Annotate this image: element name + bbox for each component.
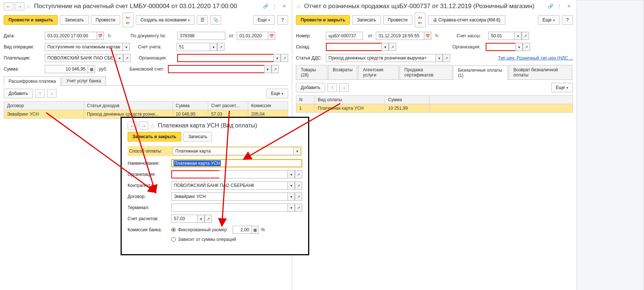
more-rows-button[interactable]: Еще bbox=[266, 89, 288, 98]
calc-icon[interactable]: ▦ bbox=[88, 65, 95, 73]
dropdown-icon[interactable]: ▾ bbox=[287, 181, 295, 190]
payer-input[interactable] bbox=[45, 54, 116, 62]
operation-type-input[interactable] bbox=[45, 43, 122, 51]
close-button[interactable]: × bbox=[565, 2, 573, 10]
cash-account-input[interactable] bbox=[488, 32, 514, 40]
dropdown-icon[interactable]: ▾ bbox=[515, 43, 523, 51]
open-icon[interactable]: ↗ bbox=[389, 43, 396, 51]
more-button[interactable]: Еще bbox=[253, 15, 275, 25]
tab-payment-breakdown[interactable]: Расшифровка платежа bbox=[4, 76, 61, 86]
tab-certificates[interactable]: Продажа сертификатов bbox=[399, 65, 452, 79]
favorite-icon[interactable]: ☆ bbox=[296, 3, 301, 10]
structure-button[interactable]: ☰ bbox=[197, 15, 208, 25]
write-and-close-button[interactable]: Записать и закрыть bbox=[128, 132, 181, 141]
tab-agent-services[interactable]: Агентские услуги bbox=[358, 65, 399, 79]
fixed-rate-radio[interactable] bbox=[171, 228, 176, 232]
dropdown-icon[interactable]: ▾ bbox=[287, 192, 295, 201]
post-button[interactable]: Провести bbox=[91, 15, 120, 25]
help-button[interactable]: ? bbox=[277, 15, 288, 25]
tab-goods[interactable]: Товары (28) bbox=[296, 65, 327, 79]
dds-input[interactable] bbox=[326, 54, 435, 62]
cashier-report-button[interactable]: 🖨 Справка-отчет кассира (КМ-6) bbox=[428, 15, 505, 25]
calendar-icon[interactable]: 📅 bbox=[268, 32, 275, 40]
link-icon[interactable]: 🔗 bbox=[548, 4, 553, 9]
tab-noncash-payments[interactable]: Безналичные оплаты (1) bbox=[453, 65, 508, 80]
post-and-close-button[interactable]: Провести и закрыть bbox=[296, 15, 350, 25]
open-icon[interactable]: ↗ bbox=[205, 215, 212, 223]
dropdown-icon[interactable]: ▾ bbox=[264, 65, 272, 73]
open-icon[interactable]: ↗ bbox=[123, 54, 131, 62]
dtkt-button[interactable]: АтКт bbox=[415, 13, 426, 27]
create-based-button[interactable]: Создать на основании bbox=[136, 15, 195, 25]
kebab-icon[interactable]: ⋮ bbox=[270, 4, 279, 9]
dtkt-button[interactable]: АтКт bbox=[122, 13, 134, 27]
back-button[interactable]: ← bbox=[4, 2, 13, 10]
date-input[interactable] bbox=[45, 32, 97, 40]
favorite-icon[interactable]: ☆ bbox=[26, 3, 31, 10]
contract-input[interactable] bbox=[171, 192, 287, 201]
open-icon[interactable]: ↗ bbox=[217, 43, 225, 51]
price-type-link[interactable]: Тип цен: Розничный тип цен (НДС ... bbox=[498, 55, 573, 61]
doc-date-input[interactable] bbox=[376, 32, 424, 40]
dropdown-icon[interactable]: ▾ bbox=[116, 54, 123, 62]
docdate-input[interactable] bbox=[237, 32, 268, 40]
tab-bank-services[interactable]: Учет услуг банка bbox=[61, 76, 106, 85]
docnum-input[interactable] bbox=[177, 32, 225, 40]
open-icon[interactable]: ↗ bbox=[281, 54, 288, 62]
move-up-button[interactable]: ↑ bbox=[35, 89, 45, 98]
organization-input[interactable] bbox=[177, 54, 273, 62]
add-row-button[interactable]: Добавить bbox=[4, 89, 33, 98]
dropdown-icon[interactable]: ▾ bbox=[381, 43, 389, 51]
variable-rate-radio[interactable] bbox=[171, 237, 176, 242]
forward-button[interactable]: → bbox=[15, 2, 24, 10]
open-icon[interactable]: ↗ bbox=[272, 65, 279, 73]
calc-icon[interactable]: ▦ bbox=[251, 226, 259, 234]
counterparty-input[interactable] bbox=[171, 181, 287, 190]
move-down-button[interactable]: ↓ bbox=[339, 83, 349, 92]
kebab-icon[interactable]: ⋮ bbox=[555, 4, 564, 9]
post-button[interactable]: Провести bbox=[383, 15, 412, 25]
forward-button[interactable]: → bbox=[139, 122, 148, 130]
settlement-account-input[interactable] bbox=[171, 215, 197, 223]
calendar-icon[interactable]: 📅 bbox=[97, 32, 104, 40]
account-input[interactable] bbox=[176, 43, 210, 51]
refresh-icon[interactable]: ↻ bbox=[108, 33, 111, 38]
dropdown-icon[interactable]: ▾ bbox=[197, 215, 205, 223]
payment-breakdown-table[interactable]: Договор Статья доходов Сумма Счет расчет… bbox=[4, 101, 288, 119]
open-icon[interactable]: ↗ bbox=[295, 192, 302, 201]
write-button[interactable]: Записать bbox=[352, 15, 381, 25]
move-down-button[interactable]: ↓ bbox=[47, 89, 57, 98]
close-button[interactable]: × bbox=[280, 2, 288, 10]
dropdown-icon[interactable]: ▾ bbox=[287, 170, 295, 178]
favorite-icon[interactable]: ☆ bbox=[150, 122, 155, 129]
help-button[interactable]: ? bbox=[562, 15, 573, 25]
commission-value-input[interactable] bbox=[233, 226, 251, 234]
name-input[interactable]: Платежная карта УСН bbox=[171, 159, 302, 167]
dropdown-icon[interactable]: ▾ bbox=[293, 147, 301, 155]
tab-returns[interactable]: Возвраты bbox=[328, 65, 358, 79]
attach-button[interactable]: 📎 bbox=[210, 15, 221, 25]
payment-method-input[interactable] bbox=[173, 147, 293, 155]
noncash-payments-table[interactable]: N Вид оплаты Сумма 1 Платежная карта УСН… bbox=[296, 95, 573, 113]
organization-input[interactable] bbox=[171, 170, 219, 178]
post-and-close-button[interactable]: Провести и закрыть bbox=[4, 15, 58, 25]
more-button[interactable]: Еще bbox=[538, 15, 560, 25]
add-row-button[interactable]: Добавить bbox=[296, 83, 325, 92]
move-up-button[interactable]: ↑ bbox=[327, 83, 337, 92]
organization-input[interactable] bbox=[486, 43, 515, 51]
sum-input[interactable] bbox=[45, 65, 88, 73]
write-button[interactable]: Записать bbox=[60, 15, 88, 25]
open-icon[interactable]: ↗ bbox=[295, 204, 302, 212]
dropdown-icon[interactable]: ▾ bbox=[435, 54, 443, 62]
open-icon[interactable]: ↗ bbox=[443, 54, 450, 62]
link-icon[interactable]: 🔗 bbox=[263, 4, 269, 9]
bank-account-input[interactable] bbox=[168, 65, 264, 73]
dropdown-icon[interactable]: ▾ bbox=[122, 43, 130, 51]
tab-noncash-returns[interactable]: Возврат безналичной оплаты bbox=[509, 65, 572, 79]
write-button[interactable]: Записать bbox=[183, 132, 212, 141]
calendar-icon[interactable]: 📅 bbox=[424, 32, 431, 40]
terminal-input[interactable] bbox=[171, 204, 287, 212]
number-input[interactable] bbox=[326, 32, 363, 40]
dropdown-icon[interactable]: ▾ bbox=[273, 54, 281, 62]
dropdown-icon[interactable]: ▾ bbox=[287, 204, 295, 212]
